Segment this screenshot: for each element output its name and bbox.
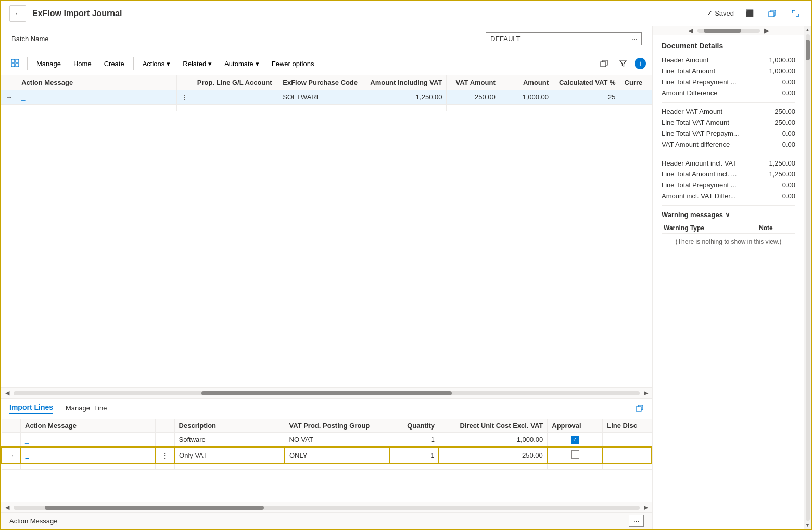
detail-header-amount: Header Amount 1,000.00 <box>662 56 795 64</box>
import-lines-header: Import Lines Manage Line <box>1 399 652 419</box>
imp-row2-description: Only VAT <box>174 447 285 463</box>
imp-row2-action-msg: _ <box>21 447 156 463</box>
scroll-left-icon[interactable]: ◀ <box>688 27 693 34</box>
main-table-area[interactable]: Action Message Prop. Line G/L Account Ex… <box>1 75 652 387</box>
right-content: Document Details Header Amount 1,000.00 … <box>653 35 804 529</box>
row-amount-incl-vat: 1,250.00 <box>364 90 447 105</box>
detail-line-vat-prepay: Line Total VAT Prepaym... 0.00 <box>662 130 795 137</box>
vert-scroll-up[interactable]: ▲ <box>804 26 811 33</box>
warning-chevron: ∨ <box>725 211 730 219</box>
warning-empty-text: (There is nothing to show in this view.) <box>662 234 795 250</box>
warning-section-title[interactable]: Warning messages ∨ <box>662 211 795 219</box>
scroll-right-arrow[interactable]: ▶ <box>644 389 648 396</box>
header-actions: ✓ Saved ⬛ <box>707 6 803 21</box>
import-lines-section: Import Lines Manage Line <box>1 398 652 512</box>
separator-3 <box>662 205 795 206</box>
info-button[interactable]: i <box>635 58 646 69</box>
action-message-link[interactable]: _ <box>21 93 25 101</box>
imp-action-link-2[interactable]: _ <box>26 451 29 459</box>
detail-value-vat-prepay: 0.00 <box>782 130 795 137</box>
export-icon-button[interactable] <box>597 56 612 71</box>
filter-icon <box>619 59 627 68</box>
bookmark-button[interactable]: ⬛ <box>742 6 757 21</box>
imp-row2-menu: ⋮ <box>156 447 175 463</box>
imp-row-menu-button[interactable]: ⋮ <box>160 451 170 459</box>
imp-scroll-right[interactable]: ▶ <box>644 504 648 511</box>
filter-icon-button[interactable] <box>616 56 630 71</box>
detail-value-line-total-vat: 250.00 <box>775 119 795 127</box>
vert-scroll-down[interactable]: ▼ <box>804 522 811 529</box>
row-curr <box>620 90 652 105</box>
checkbox-unchecked-2[interactable] <box>571 450 579 459</box>
back-button[interactable]: ← <box>9 5 26 22</box>
row-menu-button[interactable]: ⋮ <box>181 93 188 101</box>
detail-header-incl-vat: Header Amount incl. VAT 1,250.00 <box>662 159 795 167</box>
batch-name-input[interactable]: DEFAULT ··· <box>486 32 642 45</box>
row-prop-gl <box>193 90 278 105</box>
tab-manage[interactable]: Manage <box>66 404 90 414</box>
row-arrow-empty <box>1 105 17 111</box>
warning-col-type: Warning Type <box>662 223 757 234</box>
related-button[interactable]: Related ▾ <box>177 57 218 70</box>
manage-button[interactable]: Manage <box>31 57 67 70</box>
import-lines-export-button[interactable] <box>636 404 644 414</box>
right-scroll-thumb[interactable] <box>704 29 741 33</box>
actions-chevron: ▾ <box>167 60 170 68</box>
detail-line-total: Line Total Amount 1,000.00 <box>662 67 795 75</box>
back-icon: ← <box>15 9 21 17</box>
right-panel-scrollbar[interactable]: ▲ ▼ <box>804 26 811 529</box>
toolbar-divider-2 <box>133 57 134 70</box>
detail-label-vat-prepay: Line Total VAT Prepaym... <box>662 130 739 137</box>
import-lines-title[interactable]: Import Lines <box>9 403 53 414</box>
expand-button[interactable] <box>788 6 803 21</box>
imp-col-description: Description <box>174 419 285 433</box>
detail-value-line-prepay: 0.00 <box>782 78 795 86</box>
imp-col-vat-posting: VAT Prod. Posting Group <box>285 419 390 433</box>
svg-rect-5 <box>601 62 606 67</box>
imp-scroll-track <box>14 506 640 510</box>
imp-col-action-msg: Action Message <box>21 419 156 433</box>
fewer-options-button[interactable]: Fewer options <box>266 57 320 70</box>
vert-scroll-thumb[interactable] <box>806 40 810 60</box>
home-button[interactable]: Home <box>68 57 97 70</box>
imp-row1-qty: 1 <box>390 433 439 447</box>
tab-line[interactable]: Line <box>94 404 107 414</box>
scroll-left-arrow[interactable]: ◀ <box>5 389 9 396</box>
share-button[interactable] <box>765 6 780 21</box>
svg-rect-6 <box>636 407 641 411</box>
grid-icon-button[interactable] <box>7 55 24 72</box>
import-lines-scrollbar[interactable]: ◀ ▶ <box>1 502 652 512</box>
detail-label-header-incl-vat: Header Amount incl. VAT <box>662 159 737 167</box>
actions-button[interactable]: Actions ▾ <box>137 57 176 70</box>
toolbar-divider-1 <box>27 57 28 70</box>
imp-col-approval: Approval <box>548 419 603 433</box>
col-arrow <box>1 75 17 90</box>
col-exflow-purchase-code: ExFlow Purchase Code <box>278 75 364 90</box>
more-options-button[interactable]: ··· <box>629 515 644 527</box>
imp-scroll-left[interactable]: ◀ <box>5 504 9 511</box>
batch-more-button[interactable]: ··· <box>631 35 637 43</box>
imp-row1-unit-cost: 1,000.00 <box>439 433 547 447</box>
automate-button[interactable]: Automate ▾ <box>219 57 265 70</box>
import-table-area[interactable]: Action Message Description VAT Prod. Pos… <box>1 419 652 502</box>
imp-action-link-1[interactable]: _ <box>25 436 29 444</box>
detail-line-total-vat: Line Total VAT Amount 250.00 <box>662 119 795 127</box>
scroll-right-icon[interactable]: ▶ <box>764 27 769 34</box>
saved-status: ✓ Saved <box>707 9 734 17</box>
main-horizontal-scrollbar[interactable]: ◀ ▶ <box>1 387 652 398</box>
right-panel-scroll-top[interactable]: ◀ ▶ <box>653 26 804 35</box>
imp-row2-approval <box>548 447 603 463</box>
checkbox-checked-1[interactable]: ✓ <box>571 436 579 444</box>
imp-row1-description: Software <box>174 433 285 447</box>
imp-scroll-thumb[interactable] <box>45 506 264 510</box>
row-vat-amount-empty <box>447 105 500 111</box>
imp-row3-arrow <box>2 463 21 470</box>
row-curr-empty <box>620 105 652 111</box>
automate-chevron: ▾ <box>256 60 259 68</box>
scroll-thumb[interactable] <box>201 391 452 395</box>
detail-label-line-total: Line Total Amount <box>662 67 715 75</box>
scroll-track <box>14 391 640 395</box>
svg-rect-2 <box>16 59 19 62</box>
imp-row3-desc <box>174 463 285 470</box>
create-button[interactable]: Create <box>98 57 130 70</box>
